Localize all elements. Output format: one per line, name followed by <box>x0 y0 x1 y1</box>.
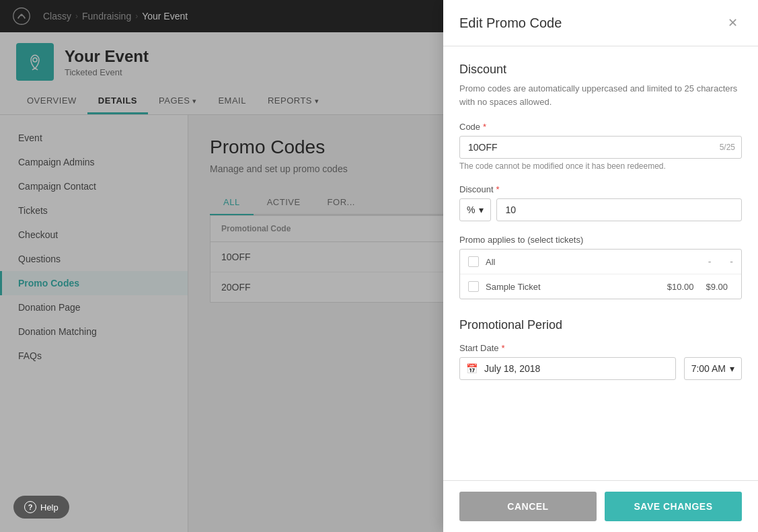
ticket-row-all[interactable]: All - - <box>460 250 741 274</box>
help-button[interactable]: ? Help <box>13 496 69 519</box>
start-date-input[interactable] <box>459 357 676 380</box>
promotional-period-section: Promotional Period Start Date * 📅 7:00 A… <box>459 318 742 380</box>
code-label: Code * <box>459 122 742 132</box>
help-icon: ? <box>24 501 36 513</box>
start-date-field: Start Date * 📅 7:00 AM ▾ <box>459 343 742 380</box>
discount-section-desc: Promo codes are automatically uppercased… <box>459 82 742 108</box>
discount-required: * <box>496 184 500 194</box>
discount-section-title: Discount <box>459 63 742 77</box>
edit-promo-panel: Edit Promo Code ✕ Discount Promo codes a… <box>443 0 758 532</box>
ticket-checkbox-sample[interactable] <box>468 281 479 292</box>
ticket-row-sample[interactable]: Sample Ticket $10.00 $9.00 <box>460 274 741 299</box>
discount-type-value: % <box>467 204 475 215</box>
ticket-name-sample: Sample Ticket <box>486 282 660 292</box>
chevron-down-icon: ▾ <box>479 204 484 215</box>
code-hint: The code cannot be modified once it has … <box>459 161 742 171</box>
ticket-checkbox-all[interactable] <box>468 256 479 267</box>
chevron-down-icon-time: ▾ <box>730 363 734 374</box>
applies-to-label: Promo applies to (select tickets) <box>459 235 742 245</box>
date-row: 📅 7:00 AM ▾ <box>459 357 742 380</box>
panel-body: Discount Promo codes are automatically u… <box>443 46 758 480</box>
code-input[interactable] <box>459 136 742 159</box>
applies-to-field: Promo applies to (select tickets) All - … <box>459 235 742 299</box>
ticket-price2-all: - <box>730 256 733 267</box>
cancel-button[interactable]: CANCEL <box>459 492 597 521</box>
date-input-wrapper: 📅 <box>459 357 676 380</box>
discount-section: Discount Promo codes are automatically u… <box>459 63 742 299</box>
code-required: * <box>483 122 486 132</box>
ticket-price1-all: - <box>708 256 712 267</box>
ticket-name-all: All <box>486 257 702 267</box>
help-label: Help <box>40 502 59 512</box>
panel-title: Edit Promo Code <box>459 15 562 31</box>
ticket-selector: All - - Sample Ticket $10.00 $9.00 <box>459 249 742 299</box>
start-date-label: Start Date * <box>459 343 742 353</box>
discount-label: Discount * <box>459 184 742 194</box>
start-time-value: 7:00 AM <box>691 363 726 374</box>
discount-row: % ▾ <box>459 198 742 221</box>
save-changes-button[interactable]: SAVE CHANGES <box>605 492 742 521</box>
ticket-price2-sample: $9.00 <box>706 282 728 292</box>
panel-footer: CANCEL SAVE CHANGES <box>443 480 758 532</box>
code-field: Code * 5/25 The code cannot be modified … <box>459 122 742 171</box>
time-select[interactable]: 7:00 AM ▾ <box>684 357 742 380</box>
start-date-required: * <box>502 343 505 353</box>
discount-type-select[interactable]: % ▾ <box>459 198 491 221</box>
panel-header: Edit Promo Code ✕ <box>443 0 758 46</box>
period-title: Promotional Period <box>459 318 742 332</box>
close-icon[interactable]: ✕ <box>723 13 742 32</box>
code-counter: 5/25 <box>720 143 735 152</box>
discount-value-input[interactable] <box>496 198 742 221</box>
ticket-price1-sample: $10.00 <box>667 282 694 292</box>
discount-field: Discount * % ▾ <box>459 184 742 221</box>
calendar-icon: 📅 <box>466 363 478 374</box>
code-input-wrapper: 5/25 <box>459 136 742 159</box>
